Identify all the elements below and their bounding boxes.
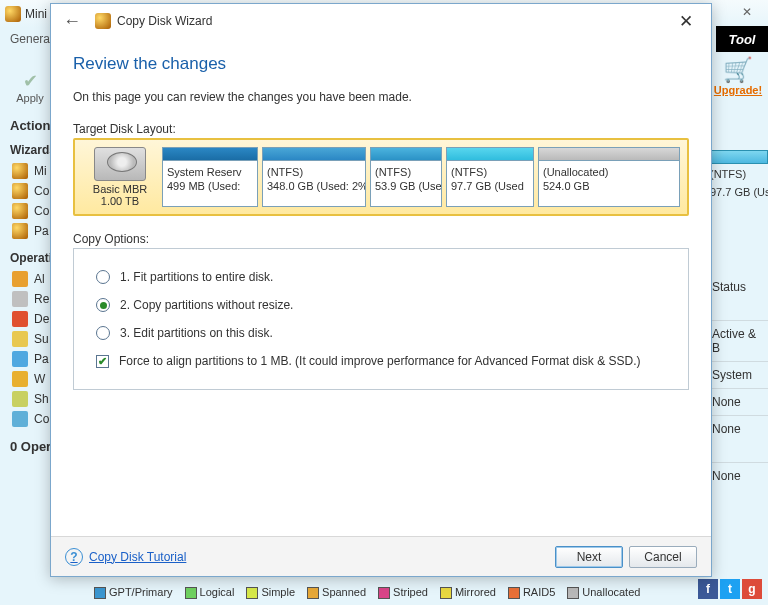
legend-item: GPT/Primary	[94, 586, 173, 599]
legend-item: Simple	[246, 586, 295, 599]
radio-icon	[96, 326, 110, 340]
menu-general[interactable]: General	[10, 32, 53, 52]
wizard-icon	[12, 203, 28, 219]
partition-block[interactable]: (Unallocated)524.0 GB	[538, 147, 680, 207]
partition-bar[interactable]	[710, 150, 768, 164]
checkbox-icon: ✔	[96, 355, 109, 368]
op-icon	[12, 411, 28, 427]
op-icon	[12, 271, 28, 287]
op-icon	[12, 331, 28, 347]
cancel-button[interactable]: Cancel	[629, 546, 697, 568]
wizard-icon	[12, 183, 28, 199]
disk-icon	[94, 147, 146, 181]
partition-fs: (NTFS)	[710, 168, 768, 180]
wizard-icon	[12, 223, 28, 239]
check-icon: ✔	[8, 70, 52, 92]
copy-disk-wizard-dialog: ← Copy Disk Wizard ✕ Review the changes …	[50, 3, 712, 577]
status-cell: None	[710, 462, 768, 489]
upgrade-button[interactable]: 🛒 Upgrade!	[712, 56, 764, 96]
close-icon[interactable]: ✕	[726, 0, 768, 24]
op-icon	[12, 351, 28, 367]
brand-logo: Tool	[716, 26, 768, 52]
option-align[interactable]: ✔Force to align partitions to 1 MB. (It …	[96, 347, 666, 375]
radio-icon	[96, 270, 110, 284]
legend-item: Spanned	[307, 586, 366, 599]
upgrade-label: Upgrade!	[712, 84, 764, 96]
option-edit[interactable]: 3. Edit partitions on this disk.	[96, 319, 666, 347]
layout-label: Target Disk Layout:	[73, 122, 689, 136]
op-icon	[12, 371, 28, 387]
page-heading: Review the changes	[73, 54, 689, 74]
next-button[interactable]: Next	[555, 546, 623, 568]
app-title: Mini	[25, 7, 47, 21]
op-icon	[12, 391, 28, 407]
app-logo-icon	[5, 6, 21, 22]
legend-item: Mirrored	[440, 586, 496, 599]
dialog-titlebar: ← Copy Disk Wizard ✕	[51, 4, 711, 38]
legend: GPT/PrimaryLogicalSimpleSpannedStripedMi…	[94, 586, 640, 599]
partition-block[interactable]: (NTFS)53.9 GB (Used	[370, 147, 442, 207]
legend-item: Unallocated	[567, 586, 640, 599]
disk-layout: Basic MBR 1.00 TB System Reserv499 MB (U…	[73, 138, 689, 216]
page-subtext: On this page you can review the changes …	[73, 90, 689, 104]
status-cell: System	[710, 361, 768, 388]
disk-name: Basic MBR	[82, 183, 158, 195]
social-links: f t g	[698, 579, 762, 599]
help-link[interactable]: ? Copy Disk Tutorial	[65, 548, 186, 566]
disk-size: 1.00 TB	[82, 195, 158, 207]
partition-size: 97.7 GB (Used	[710, 186, 768, 198]
googleplus-icon[interactable]: g	[742, 579, 762, 599]
dialog-title: Copy Disk Wizard	[117, 14, 212, 28]
legend-item: RAID5	[508, 586, 555, 599]
apply-button[interactable]: ✔ Apply	[8, 66, 52, 108]
target-disk[interactable]: Basic MBR 1.00 TB	[82, 147, 158, 207]
twitter-icon[interactable]: t	[720, 579, 740, 599]
help-icon: ?	[65, 548, 83, 566]
radio-icon	[96, 298, 110, 312]
copy-options: 1. Fit partitions to entire disk. 2. Cop…	[73, 248, 689, 390]
close-icon[interactable]: ✕	[669, 9, 703, 34]
partition-block[interactable]: (NTFS)348.0 GB (Used: 2%)	[262, 147, 366, 207]
apply-label: Apply	[8, 92, 52, 104]
status-cell: None	[710, 415, 768, 442]
op-icon	[12, 291, 28, 307]
options-label: Copy Options:	[73, 232, 689, 246]
partition-block[interactable]: System Reserv499 MB (Used:	[162, 147, 258, 207]
partition-block[interactable]: (NTFS)97.7 GB (Used	[446, 147, 534, 207]
facebook-icon[interactable]: f	[698, 579, 718, 599]
status-cell: Active & B	[710, 320, 768, 361]
op-icon	[12, 311, 28, 327]
col-status: Status	[710, 274, 768, 300]
cart-icon: 🛒	[712, 56, 764, 84]
legend-item: Logical	[185, 586, 235, 599]
dialog-footer: ? Copy Disk Tutorial Next Cancel	[51, 536, 711, 576]
legend-item: Striped	[378, 586, 428, 599]
wizard-icon	[12, 163, 28, 179]
wizard-logo-icon	[95, 13, 111, 29]
status-cell: None	[710, 388, 768, 415]
back-icon[interactable]: ←	[59, 7, 85, 36]
option-fit[interactable]: 1. Fit partitions to entire disk.	[96, 263, 666, 291]
disk-table-fragment: (NTFS) 97.7 GB (Used Status Active & B S…	[710, 150, 768, 489]
option-noresize[interactable]: 2. Copy partitions without resize.	[96, 291, 666, 319]
